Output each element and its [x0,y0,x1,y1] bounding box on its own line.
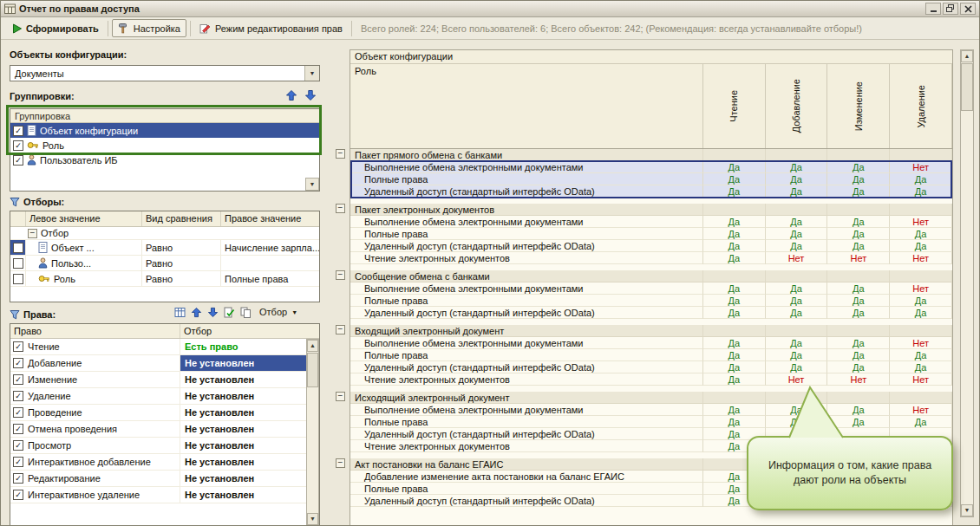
move-up-button[interactable] [191,307,202,318]
rights-scrollbar[interactable]: ▲ ▼ [306,339,319,526]
right-filter-state[interactable]: Не установлен [180,421,319,437]
right-row[interactable]: ✓УдалениеНе установлен [10,388,319,405]
config-objects-select[interactable]: Документы ▼ [10,65,320,81]
checkbox[interactable]: ✓ [13,140,23,151]
scroll-up-icon[interactable]: ▲ [307,340,318,352]
right-filter-state[interactable]: Не установлен [180,372,319,387]
report-group-row[interactable]: Сообщение обмена с банками [350,270,952,282]
collapse-icon[interactable]: − [28,229,37,238]
right-row[interactable]: ✓ИзменениеНе установлен [10,372,319,388]
right-filter-state[interactable]: Не установлен [180,355,319,371]
collapse-group-button[interactable]: − [336,204,345,213]
checkbox[interactable]: ✓ [13,358,23,368]
right-filter-state[interactable]: Не установлен [180,388,319,404]
checkbox[interactable]: ✓ [13,126,23,136]
report-cell: Да [766,161,828,173]
checkbox[interactable]: ✓ [13,391,23,401]
grouping-row[interactable]: ✓Объект конфигурации [10,123,319,138]
right-row[interactable]: ✓ДобавлениеНе установлен [10,355,319,372]
scroll-down-icon[interactable]: ▼ [961,504,973,516]
report-group-row[interactable]: Пакет электронных документов [350,204,952,216]
right-row[interactable]: ✓ЧтениеЕсть право [10,339,319,355]
checkbox[interactable]: ✓ [13,374,23,385]
checkbox[interactable]: ✓ [13,490,23,500]
right-filter-state[interactable]: Не установлен [180,487,319,503]
collapse-group-button[interactable]: − [336,392,345,401]
checkbox[interactable]: ✓ [13,407,23,418]
checkbox[interactable] [13,243,23,253]
grouping-row[interactable]: ✓Роль [10,138,319,153]
right-row[interactable]: ✓Интерактивное удалениеНе установлен [10,487,319,503]
collapse-group-button[interactable]: − [336,325,345,334]
right-row[interactable]: ✓Отмена проведенияНе установлен [10,421,319,438]
report-row[interactable]: Выполнение обмена электронными документа… [350,337,952,349]
restore-button[interactable] [943,3,958,15]
scroll-down-icon[interactable]: ▼ [305,178,319,191]
report-row[interactable]: Полные праваДаДаДаДа [350,295,952,307]
settings-button[interactable]: Настройка [112,19,186,37]
rights-filter-dropdown[interactable]: Отбор ▼ [257,306,300,318]
report-row[interactable]: Полные праваДаДаДаДа [350,173,952,185]
right-row[interactable]: ✓ПросмотрНе установлен [10,438,319,454]
right-row[interactable]: ✓ПроведениеНе установлен [10,405,319,421]
scroll-down-icon[interactable]: ▼ [307,513,318,525]
checkbox[interactable]: ✓ [13,457,23,467]
right-filter-state[interactable]: Не установлен [180,438,319,453]
right-row[interactable]: ✓РедактированиеНе установлен [10,471,319,487]
filter-checkbox-cell[interactable] [10,240,26,255]
filters-group-row[interactable]: − Отбор [10,227,319,240]
apply-filter-button[interactable] [224,307,235,318]
right-filter-state[interactable]: Не установлен [180,454,319,470]
scroll-up-icon[interactable]: ▲ [961,50,973,62]
filter-checkbox-cell[interactable] [10,271,26,286]
filter-checkbox-cell[interactable] [10,256,26,270]
report-row[interactable]: Удаленный доступ (стандартный интерфейс … [350,361,952,373]
generate-button[interactable]: Сформировать [7,21,104,36]
report-group-row[interactable]: Исходящий электронный документ [350,392,952,404]
close-button[interactable] [960,3,976,15]
move-down-button[interactable] [303,88,317,102]
move-up-button[interactable] [284,88,298,102]
move-down-button[interactable] [207,307,219,318]
minimize-button[interactable] [925,3,941,15]
right-row[interactable]: ✓Интерактивное добавлениеНе установлен [10,454,319,471]
report-row[interactable]: Удаленный доступ (стандартный интерфейс … [350,307,952,319]
report-row[interactable]: Полные праваДаДаДаДа [350,416,952,428]
checkbox[interactable] [13,258,23,269]
filter-row[interactable]: РольРавноПолные права [10,271,319,287]
collapse-group-button[interactable]: − [336,149,345,159]
report-row[interactable]: Выполнение обмена электронными документа… [350,282,952,295]
right-filter-state[interactable]: Есть право [180,339,319,354]
filter-row[interactable]: Объект ...РавноНачисление зарпла... [10,240,319,256]
edit-rights-mode-button[interactable]: Режим редактирования прав [194,20,348,36]
report-row[interactable]: Удаленный доступ (стандартный интерфейс … [350,240,952,252]
chevron-down-icon[interactable]: ▼ [304,66,319,81]
report-group-row[interactable]: Пакет прямого обмена с банками [350,149,952,161]
report-scrollbar[interactable]: ▲ ▼ [960,49,974,517]
grid-settings-button[interactable] [174,307,186,318]
report-row[interactable]: Удаленный доступ (стандартный интерфейс … [350,185,952,198]
checkbox[interactable]: ✓ [13,155,23,166]
scrollbar-thumb[interactable] [307,353,318,387]
report-group-row[interactable]: Входящий электронный документ [350,325,952,337]
grouping-row[interactable]: ✓Пользователь ИБ [10,153,319,167]
report-row[interactable]: Чтение электронных документовДаНетНетНет [350,373,952,386]
copy-button[interactable] [240,307,252,318]
checkbox[interactable] [13,274,23,284]
report-row[interactable]: Полные праваДаДаДаДа [350,349,952,361]
right-filter-state[interactable]: Не установлен [180,471,319,486]
checkbox[interactable]: ✓ [13,424,23,434]
report-row[interactable]: Выполнение обмена электронными документа… [350,216,952,228]
report-row[interactable]: Чтение электронных документовДаНетНетНет [350,252,952,264]
scrollbar-thumb[interactable] [961,63,973,111]
checkbox[interactable]: ✓ [13,341,23,352]
report-row[interactable]: Выполнение обмена электронными документа… [350,161,952,173]
report-row[interactable]: Полные праваДаДаДаДа [350,228,952,240]
collapse-group-button[interactable]: − [336,270,345,280]
checkbox[interactable]: ✓ [13,473,23,484]
checkbox[interactable]: ✓ [13,440,23,451]
filter-row[interactable]: Пользо...Равно [10,256,319,271]
right-filter-state[interactable]: Не установлен [180,405,319,420]
report-row[interactable]: Выполнение обмена электронными документа… [350,404,952,416]
collapse-group-button[interactable]: − [336,458,345,468]
